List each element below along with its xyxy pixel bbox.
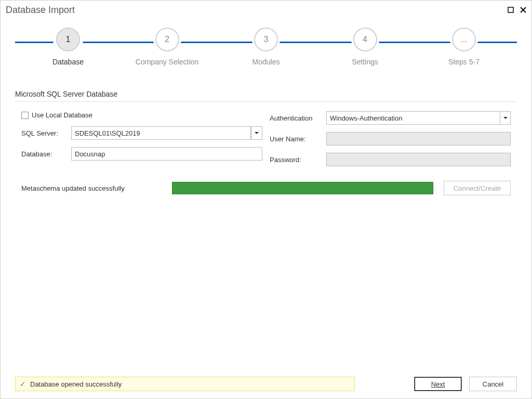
step-label: Settings xyxy=(352,58,378,66)
step-label: Modules xyxy=(252,58,280,66)
step-number: ... xyxy=(452,28,476,51)
svg-rect-0 xyxy=(508,7,513,12)
sql-server-label: SQL Server: xyxy=(21,129,68,137)
sql-server-input[interactable] xyxy=(71,126,251,140)
wizard-step-company-selection[interactable]: 2 Company Selection xyxy=(147,28,188,66)
status-notice-text: Database opened successfully xyxy=(30,380,122,388)
password-input xyxy=(326,153,511,166)
use-local-label: Use Local Database xyxy=(32,111,92,119)
password-row: Password: xyxy=(270,153,511,166)
username-row: User Name: xyxy=(270,132,511,145)
titlebar: Database Import xyxy=(1,1,531,19)
connect-create-button: Connect/Create xyxy=(444,181,511,195)
password-label: Password: xyxy=(270,156,323,164)
sql-server-combo[interactable] xyxy=(71,126,262,140)
wizard-steps: 1 Database 2 Company Selection 3 Modules… xyxy=(1,28,531,74)
form-area: Use Local Database SQL Server: Database:… xyxy=(1,111,531,195)
step-label: Steps 5-7 xyxy=(448,58,480,66)
use-local-row: Use Local Database xyxy=(21,111,262,119)
authentication-label: Authentication xyxy=(270,114,323,122)
chevron-down-icon[interactable] xyxy=(251,126,262,140)
step-number: 3 xyxy=(254,28,278,51)
close-icon[interactable] xyxy=(518,5,528,15)
step-number: 1 xyxy=(56,28,80,51)
chevron-down-icon[interactable] xyxy=(500,112,510,124)
username-input xyxy=(326,132,511,145)
username-label: User Name: xyxy=(270,135,323,143)
database-label: Database: xyxy=(21,150,68,158)
step-label: Company Selection xyxy=(136,58,198,66)
wizard-step-settings[interactable]: 4 Settings xyxy=(344,28,386,66)
metaschema-status-row: Metaschema updated successfully Connect/… xyxy=(21,181,511,195)
sql-server-row: SQL Server: xyxy=(21,126,262,140)
metaschema-progress-bar xyxy=(172,182,433,194)
authentication-select[interactable]: Windows-Authentication xyxy=(326,111,511,125)
metaschema-status-text: Metaschema updated successfully xyxy=(21,184,162,192)
cancel-button[interactable]: Cancel xyxy=(469,377,517,391)
window-controls xyxy=(506,5,528,15)
step-label: Database xyxy=(52,58,84,66)
step-number: 4 xyxy=(353,28,377,51)
authentication-value: Windows-Authentication xyxy=(330,114,402,122)
wizard-step-modules[interactable]: 3 Modules xyxy=(245,28,287,66)
maximize-icon[interactable] xyxy=(506,5,516,15)
authentication-row: Authentication Windows-Authentication xyxy=(270,111,511,125)
database-row: Database: xyxy=(21,147,262,161)
section-divider xyxy=(15,101,517,102)
wizard-step-row: 1 Database 2 Company Selection 3 Modules… xyxy=(1,28,531,66)
next-button[interactable]: Next xyxy=(414,377,462,391)
wizard-step-more[interactable]: ... Steps 5-7 xyxy=(443,28,485,66)
window-title: Database Import xyxy=(6,5,75,16)
status-notice: ✓ Database opened successfully xyxy=(15,377,355,391)
footer: ✓ Database opened successfully Next Canc… xyxy=(15,377,517,391)
step-number: 2 xyxy=(155,28,179,51)
check-icon: ✓ xyxy=(20,380,26,388)
use-local-checkbox[interactable] xyxy=(21,112,29,119)
database-input[interactable] xyxy=(71,147,262,161)
wizard-step-database[interactable]: 1 Database xyxy=(47,28,89,66)
section-title: Microsoft SQL Server Database xyxy=(15,90,517,98)
